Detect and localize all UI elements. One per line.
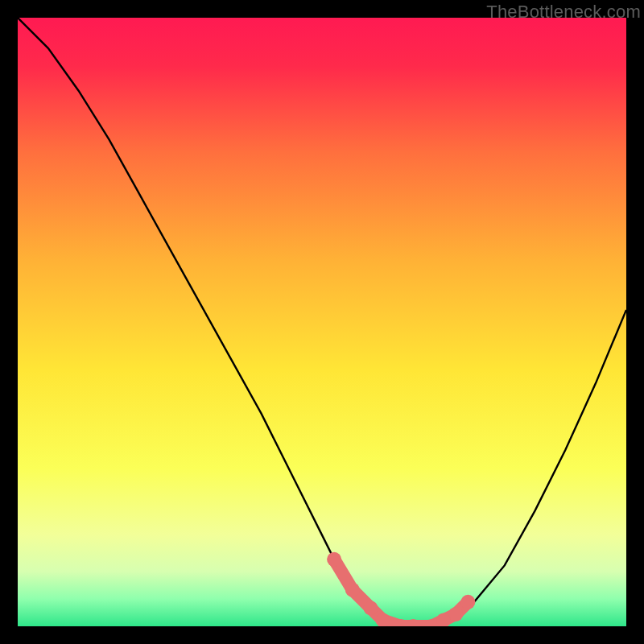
optimal-marker-dot <box>448 607 463 621</box>
chart-frame <box>18 18 626 626</box>
optimal-marker-dot <box>460 595 475 609</box>
optimal-marker-dot <box>327 552 341 567</box>
watermark-text: TheBottleneck.com <box>486 2 641 23</box>
optimal-marker-dot <box>364 601 378 615</box>
optimal-marker-dot <box>345 583 360 597</box>
chart-svg <box>18 18 626 626</box>
